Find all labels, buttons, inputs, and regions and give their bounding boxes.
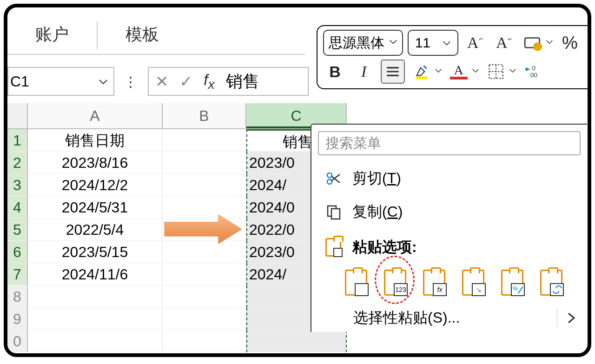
decrease-font-icon[interactable]: Aˇ [492,31,516,55]
chevron-down-icon [99,73,108,90]
menu-copy-label: 复制(C) [352,202,403,222]
col-header-B[interactable]: B [163,103,246,128]
chevron-down-icon [435,67,442,77]
menu-copy[interactable]: 复制(C) [311,195,587,229]
name-box[interactable]: C1 [7,67,114,96]
font-size-value: 11 [415,35,430,51]
decrease-decimal-button[interactable]: 000 [521,60,545,84]
editor-row: C1 ⋮ ✕ ✓ fx 销售 [7,67,309,96]
select-all-corner[interactable] [7,103,28,128]
svg-point-12 [327,173,332,178]
cell[interactable] [28,308,163,330]
cell[interactable] [163,308,246,330]
chevron-down-icon [546,38,553,48]
app-frame: 账户 模板 C1 ⋮ ✕ ✓ fx 销售 思源黑体 [4,4,591,357]
currency-button[interactable] [521,31,553,55]
cell[interactable]: 2024/11/6 [28,263,163,285]
row-header[interactable]: 5 [7,218,28,241]
row-header[interactable]: 9 [7,308,28,330]
tab-template[interactable]: 模板 [98,21,187,50]
context-menu: 搜索菜单 剪切(T) 复制(C) 粘贴选项: [311,124,587,332]
borders-button[interactable] [484,60,516,84]
cell[interactable] [163,330,246,352]
top-tabs: 账户 模板 [7,21,187,50]
paste-link-button[interactable] [536,266,566,296]
italic-button[interactable]: I [352,60,376,84]
row-header[interactable]: 7 [7,263,28,285]
svg-text:%: % [513,285,518,292]
paste-options-row: 123 fx ↘ % [311,261,587,302]
cell[interactable] [28,330,163,352]
cell[interactable] [163,263,246,285]
accept-icon[interactable]: ✓ [179,72,192,91]
cell[interactable]: 2023/5/15 [28,241,163,263]
name-box-value: C1 [8,73,29,90]
row-header[interactable]: 1 [7,129,28,152]
highlight-icon [410,60,434,84]
svg-point-11 [327,179,332,184]
paste-values-button[interactable]: 123 [380,266,410,296]
cell[interactable] [163,285,246,308]
cell[interactable]: 2024/5/31 [28,196,163,218]
copy-icon [325,204,342,220]
tab-account[interactable]: 账户 [7,21,98,50]
chevron-down-icon [443,35,451,51]
row-header[interactable]: 2 [7,152,28,174]
row-header[interactable]: 4 [7,196,28,218]
cancel-icon[interactable]: ✕ [155,72,168,91]
svg-point-1 [533,42,542,51]
cell[interactable] [246,330,347,352]
cell[interactable] [163,174,246,196]
row-header[interactable]: 8 [7,285,28,308]
svg-text:0: 0 [532,65,535,72]
search-placeholder: 搜索菜单 [325,134,381,153]
cell[interactable] [28,285,163,308]
paste-special-label[interactable]: 选择性粘贴(S)... [353,308,460,328]
highlight-button[interactable] [410,60,442,84]
tabs-divider [7,54,305,55]
cell[interactable]: 2023/8/16 [28,152,163,174]
row-header[interactable]: 0 [7,330,28,352]
chevron-down-icon [509,67,516,77]
svg-rect-5 [416,77,427,79]
font-color-button[interactable]: A [447,60,479,84]
paste-formulas-button[interactable]: fx [419,266,449,296]
font-name-select[interactable]: 思源黑体 [323,30,403,56]
chevron-right-icon[interactable] [557,309,576,327]
floating-toolbar: 思源黑体 11 Aˆ Aˇ % [317,25,588,89]
formula-bar[interactable]: ✕ ✓ fx 销售 [148,67,309,96]
font-size-select[interactable]: 11 [408,30,458,56]
fx-icon[interactable]: fx [204,71,215,92]
paste-all-button[interactable] [341,266,371,296]
font-color-icon: A [447,60,471,84]
chevron-down-icon [472,67,479,77]
paste-options-label: 粘贴选项: [311,229,587,261]
paste-formatting-button[interactable]: % [497,266,527,296]
increase-font-icon[interactable]: Aˆ [463,31,487,55]
percent-button[interactable]: % [558,31,582,55]
currency-icon [521,31,545,55]
bold-button[interactable]: B [323,60,347,84]
borders-icon [484,60,508,84]
col-header-A[interactable]: A [28,103,163,128]
cell[interactable] [163,152,246,174]
svg-text:00: 00 [530,72,537,79]
formula-value: 销售 [226,70,259,93]
cell[interactable] [163,129,246,152]
menu-cut[interactable]: 剪切(T) [311,162,587,195]
paste-transpose-button[interactable]: ↘ [458,266,488,296]
font-name-value: 思源黑体 [329,33,384,53]
menu-search-input[interactable]: 搜索菜单 [318,131,581,155]
row-header[interactable]: 3 [7,174,28,196]
scissors-icon [325,171,342,186]
more-dots-icon[interactable]: ⋮ [121,73,141,90]
align-button[interactable] [381,60,405,84]
menu-cut-label: 剪切(T) [352,168,401,189]
cell[interactable]: 销售日期 [28,129,163,152]
arrow-right-icon [163,212,244,248]
cell[interactable]: 2022/5/4 [28,218,163,241]
chevron-down-icon [389,38,397,48]
cell[interactable]: 2024/12/2 [28,174,163,196]
row-header[interactable]: 6 [7,241,28,263]
svg-rect-14 [331,209,340,219]
